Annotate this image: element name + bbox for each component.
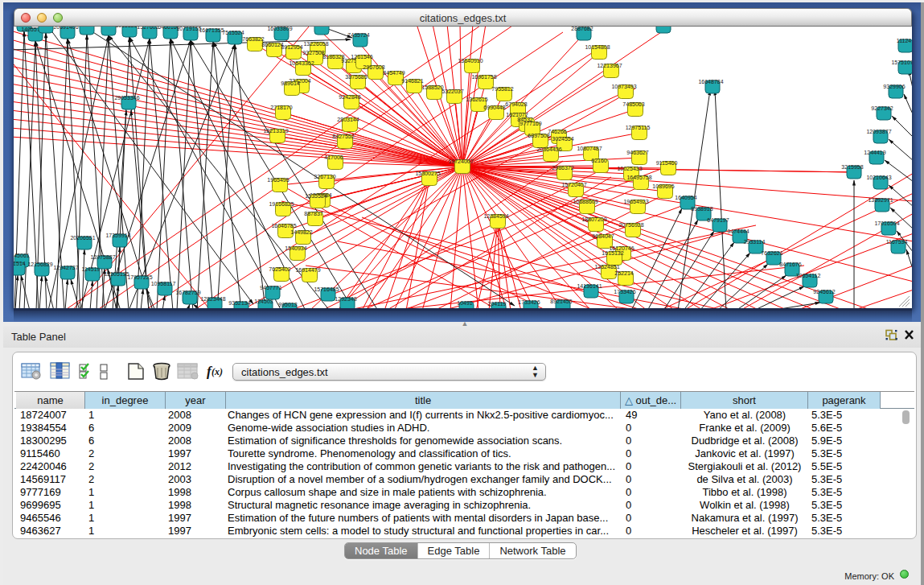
svg-text:1733426: 1733426 xyxy=(614,289,635,295)
svg-text:10543362: 10543362 xyxy=(289,60,314,66)
svg-text:1362615: 1362615 xyxy=(466,97,487,102)
svg-text:15720407: 15720407 xyxy=(561,182,586,187)
svg-text:1640954: 1640954 xyxy=(675,195,696,200)
svg-text:10025433: 10025433 xyxy=(617,166,642,171)
svg-text:11124: 11124 xyxy=(897,38,912,43)
svg-text:16033809: 16033809 xyxy=(267,27,292,31)
svg-text:15751074: 15751074 xyxy=(891,60,912,65)
svg-text:10654112: 10654112 xyxy=(796,273,821,278)
svg-text:17016504: 17016504 xyxy=(874,220,899,226)
svg-text:5322037: 5322037 xyxy=(441,89,463,94)
svg-text:6897508: 6897508 xyxy=(528,133,549,138)
svg-text:9352134: 9352134 xyxy=(228,300,250,306)
svg-text:13692971: 13692971 xyxy=(868,197,893,203)
svg-text:19654923: 19654923 xyxy=(623,199,648,204)
svg-text:989614: 989614 xyxy=(281,80,299,86)
svg-text:1089695: 1089695 xyxy=(652,183,674,189)
svg-text:20756928: 20756928 xyxy=(618,222,643,228)
svg-text:12505135: 12505135 xyxy=(104,271,129,277)
svg-text:1540934: 1540934 xyxy=(285,245,306,251)
svg-text:13640910: 13640910 xyxy=(458,58,483,64)
svg-text:2718170: 2718170 xyxy=(270,105,292,110)
svg-text:18807209: 18807209 xyxy=(581,216,606,222)
svg-text:62160: 62160 xyxy=(591,158,607,163)
svg-text:8938918: 8938918 xyxy=(691,206,713,212)
svg-text:12384594: 12384594 xyxy=(483,213,508,219)
svg-text:2803144: 2803144 xyxy=(337,117,359,122)
svg-text:1615132: 1615132 xyxy=(602,250,623,256)
svg-text:391514: 391514 xyxy=(14,261,26,266)
svg-text:252214: 252214 xyxy=(614,270,633,276)
svg-text:20206551: 20206551 xyxy=(70,235,95,241)
svg-text:7632621: 7632621 xyxy=(761,250,782,256)
svg-text:10491: 10491 xyxy=(457,300,473,306)
svg-text:2887682: 2887682 xyxy=(571,27,593,31)
svg-text:1261546: 1261546 xyxy=(351,54,372,60)
svg-text:12942737: 12942737 xyxy=(53,265,78,270)
svg-text:7515524: 7515524 xyxy=(222,30,244,35)
svg-text:16495758: 16495758 xyxy=(626,175,651,180)
svg-text:1535584: 1535584 xyxy=(305,193,326,199)
svg-text:9777169: 9777169 xyxy=(519,121,541,126)
svg-text:9684047: 9684047 xyxy=(592,233,614,239)
svg-text:417006: 417006 xyxy=(324,154,343,160)
svg-text:8471676: 8471676 xyxy=(779,262,801,267)
svg-text:13226058: 13226058 xyxy=(303,41,328,47)
svg-text:887837: 887837 xyxy=(304,211,322,216)
svg-text:204119: 204119 xyxy=(488,301,507,307)
svg-text:9463627: 9463627 xyxy=(626,150,648,155)
svg-text:3875685: 3875685 xyxy=(345,74,367,80)
svg-text:7435724: 7435724 xyxy=(347,32,369,38)
svg-text:10210643: 10210643 xyxy=(866,175,891,180)
svg-text:12213967: 12213967 xyxy=(597,63,622,68)
svg-text:7663822: 7663822 xyxy=(242,36,264,42)
svg-text:14136141: 14136141 xyxy=(577,283,602,289)
svg-text:2986372: 2986372 xyxy=(552,165,573,171)
svg-text:3267130: 3267130 xyxy=(314,174,335,179)
svg-text:10154808: 10154808 xyxy=(585,44,610,50)
svg-text:16046785: 16046785 xyxy=(271,223,296,229)
svg-text:1449822: 1449822 xyxy=(290,229,312,235)
svg-text:12093877: 12093877 xyxy=(866,129,891,134)
svg-text:2933114: 2933114 xyxy=(744,239,766,245)
svg-text:6794028: 6794028 xyxy=(505,101,527,107)
svg-text:16782759: 16782759 xyxy=(175,290,200,295)
svg-text:20364436: 20364436 xyxy=(536,146,561,152)
svg-text:845061: 845061 xyxy=(14,253,30,258)
svg-text:16671355: 16671355 xyxy=(199,27,224,33)
svg-text:995013: 995013 xyxy=(278,302,297,307)
svg-text:8921455: 8921455 xyxy=(550,299,572,304)
svg-text:19166825: 19166825 xyxy=(269,201,294,207)
svg-text:10719155: 10719155 xyxy=(176,27,201,31)
svg-text:1244419: 1244419 xyxy=(864,150,885,155)
svg-text:9474444: 9474444 xyxy=(727,229,749,234)
svg-text:7955812: 7955812 xyxy=(491,86,513,92)
svg-text:13975887: 13975887 xyxy=(90,254,115,260)
svg-text:9457771: 9457771 xyxy=(260,285,281,290)
svg-text:6479197: 6479197 xyxy=(707,217,729,223)
svg-text:17359914: 17359914 xyxy=(105,233,130,238)
svg-text:10688609: 10688609 xyxy=(573,199,598,204)
svg-text:15716485: 15716485 xyxy=(314,286,339,292)
svg-text:6990448: 6990448 xyxy=(483,105,505,110)
svg-text:8427552: 8427552 xyxy=(332,134,354,139)
svg-text:10958117: 10958117 xyxy=(151,281,176,286)
svg-text:9329906: 9329906 xyxy=(883,84,905,89)
svg-text:1588520: 1588520 xyxy=(421,84,443,90)
svg-text:3215958: 3215958 xyxy=(841,164,863,170)
svg-text:7625402: 7625402 xyxy=(269,266,290,272)
svg-text:12156829: 12156829 xyxy=(27,262,52,267)
svg-text:19724007: 19724007 xyxy=(448,159,473,164)
svg-text:12975115: 12975115 xyxy=(626,125,651,130)
svg-text:20691406: 20691406 xyxy=(53,27,78,30)
svg-text:9245612: 9245612 xyxy=(813,289,835,295)
svg-text:(x): (x) xyxy=(211,366,223,377)
svg-text:17957225: 17957225 xyxy=(127,274,152,280)
svg-text:9115460: 9115460 xyxy=(656,160,678,166)
svg-text:1527602: 1527602 xyxy=(137,27,158,30)
svg-text:16961758: 16961758 xyxy=(471,74,496,80)
svg-text:1733426: 1733426 xyxy=(518,299,540,305)
svg-text:16914479: 16914479 xyxy=(295,267,320,273)
svg-text:29053346: 29053346 xyxy=(114,95,139,101)
svg-text:1965495: 1965495 xyxy=(267,177,289,183)
